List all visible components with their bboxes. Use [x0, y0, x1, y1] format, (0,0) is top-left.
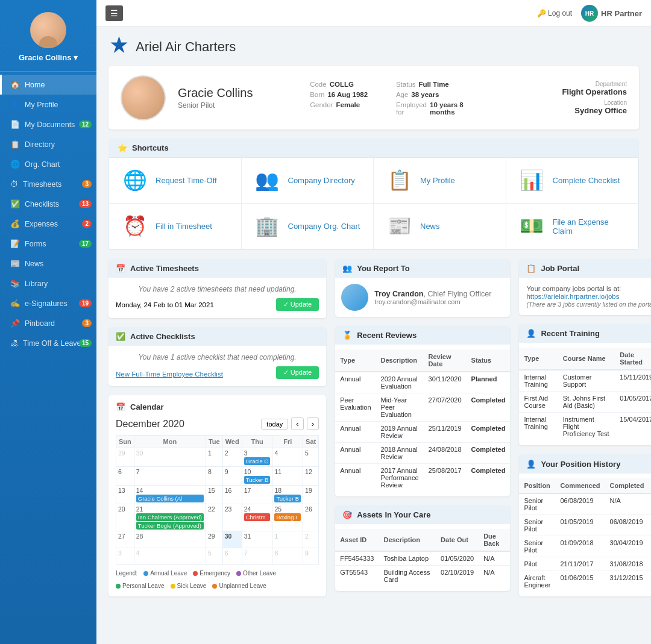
- employee-code: Code COLLG: [310, 81, 378, 88]
- reviews-panel-body: TypeDescriptionReview DateStatus Annual2…: [335, 345, 510, 496]
- shortcut-request-timeoff[interactable]: 🌐 Request Time-Off: [109, 158, 242, 204]
- pinboard-badge: 3: [82, 319, 92, 327]
- calendar-cell[interactable]: 11: [272, 467, 303, 486]
- calendar-cell[interactable]: 30: [222, 531, 242, 548]
- checklist-link[interactable]: New Full-Time Employee Checklist: [116, 370, 223, 378]
- training-panel-header: 👤 Recent Training: [519, 324, 651, 343]
- calendar-cell[interactable]: 31: [242, 531, 272, 548]
- calendar-cell[interactable]: 1: [272, 531, 303, 548]
- calendar-cell[interactable]: 15: [206, 486, 222, 504]
- calendar-cell[interactable]: 13: [116, 486, 134, 504]
- calendar-cell[interactable]: 23: [222, 504, 242, 531]
- sidebar-item-home[interactable]: 🏠Home: [0, 75, 96, 95]
- calendar-cell[interactable]: 10Tucker B: [242, 467, 272, 486]
- calendar-cell[interactable]: 7: [242, 548, 272, 565]
- shortcut-company-directory[interactable]: 👥 Company Directory: [242, 158, 374, 204]
- report-to-avatar: [341, 284, 368, 311]
- calendar-cell[interactable]: 2: [222, 448, 242, 467]
- assets-table-header: Asset IDDescriptionDate OutDue Back: [335, 529, 510, 551]
- calendar-cell[interactable]: 19: [303, 486, 319, 504]
- training-table-header: TypeCourse NameDate StartedStatus: [519, 348, 651, 370]
- sidebar-item-pinboard[interactable]: 📌Pinboard3: [0, 313, 96, 333]
- assets-panel-header: 🎯 Assets In Your Care: [335, 505, 510, 524]
- sidebar-item-forms[interactable]: 📝Forms17: [0, 234, 96, 254]
- calendar-cell[interactable]: 7: [134, 467, 206, 486]
- sidebar-item-library[interactable]: 📚Library: [0, 274, 96, 293]
- calendar-event: Gracie Collins (Al: [136, 495, 204, 502]
- sidebar-item-label: Checklists: [25, 200, 59, 208]
- calendar-cell[interactable]: 14Gracie Collins (Al: [134, 486, 206, 504]
- shortcuts-grid: 🌐 Request Time-Off 👥 Company Directory 📋…: [108, 157, 639, 250]
- calendar-cell[interactable]: 8: [272, 548, 303, 565]
- calendar-cell[interactable]: 28: [134, 531, 206, 548]
- logout-link[interactable]: 🔑 Log out: [537, 9, 572, 17]
- timesheet-update-button[interactable]: ✓ Update: [276, 298, 319, 311]
- sidebar-item-my-profile[interactable]: 👤My Profile: [0, 95, 96, 114]
- training-col-header: Date Started: [615, 348, 651, 370]
- job-portal-header: 📋 Job Portal: [519, 259, 651, 278]
- sidebar-item-org-chart[interactable]: 🌐Org. Chart: [0, 154, 96, 174]
- shortcut-complete-checklist[interactable]: 📊 Complete Checklist: [506, 158, 639, 204]
- company-orgchart-label: Company Org. Chart: [288, 222, 360, 231]
- job-portal-link[interactable]: https://arielair.hrpartner.io/jobs: [526, 293, 619, 300]
- calendar-cell[interactable]: 3: [116, 548, 134, 565]
- company-header: Ariel Air Charters: [108, 36, 639, 57]
- calendar-cell[interactable]: 24Christm: [242, 504, 272, 531]
- calendar-cell[interactable]: 8: [206, 467, 222, 486]
- calendar-event: Tucker B: [274, 495, 301, 502]
- calendar-cell[interactable]: 5: [206, 548, 222, 565]
- calendar-cell[interactable]: 21Ian Chalmers (Approved)Tucker Bogle (A…: [134, 504, 206, 531]
- checklists-update-button[interactable]: ✓ Update: [276, 366, 319, 379]
- calendar-next-button[interactable]: ›: [307, 417, 319, 430]
- calendar-cell[interactable]: 1: [206, 448, 222, 467]
- sidebar-item-e-signatures[interactable]: ✍e-Signatures19: [0, 293, 96, 313]
- calendar-cell[interactable]: 29: [116, 448, 134, 467]
- calendar-cell[interactable]: 4: [272, 448, 303, 467]
- sidebar-item-my-documents[interactable]: 📄My Documents12: [0, 114, 96, 134]
- shortcut-my-profile[interactable]: 📋 My Profile: [374, 158, 506, 204]
- org-chart-icon: 🌐: [10, 160, 20, 169]
- sidebar-item-directory[interactable]: 📋Directory: [0, 134, 96, 154]
- calendar-cell[interactable]: 18Tucker B: [272, 486, 303, 504]
- calendar-cell[interactable]: 12: [303, 467, 319, 486]
- calendar-cell[interactable]: 9: [303, 548, 319, 565]
- sidebar-item-news[interactable]: 📰News: [0, 254, 96, 274]
- calendar-cell[interactable]: 27: [116, 531, 134, 548]
- calendar-cell[interactable]: 4: [134, 548, 206, 565]
- calendar-cell[interactable]: 30: [134, 448, 206, 467]
- sidebar-username[interactable]: Gracie Collins: [6, 53, 90, 62]
- sidebar-item-expenses[interactable]: 💰Expenses2: [0, 214, 96, 234]
- shortcut-file-expense[interactable]: 💵 File an Expense Claim: [506, 204, 639, 249]
- calendar-cell[interactable]: 6: [222, 548, 242, 565]
- calendar-cell[interactable]: 5: [303, 448, 319, 467]
- shortcuts-section: ⭐ Shortcuts 🌐 Request Time-Off 👥 Company…: [108, 139, 639, 250]
- shortcut-company-orgchart[interactable]: 🏢 Company Org. Chart: [242, 204, 374, 249]
- employee-employed: Employed for 10 years 8 months: [396, 101, 464, 116]
- calendar-cell[interactable]: 17: [242, 486, 272, 504]
- request-timeoff-label: Request Time-Off: [156, 176, 217, 185]
- sidebar-item-timesheets[interactable]: ⏱Timesheets3: [0, 174, 96, 194]
- calendar-today-button[interactable]: today: [261, 419, 288, 430]
- cal-day-sat: Sat: [303, 436, 319, 448]
- calendar-cell[interactable]: 9: [222, 467, 242, 486]
- calendar-cell[interactable]: 20: [116, 504, 134, 531]
- reviews-table-body: Annual2020 Annual Evaluation30/11/2020Pl…: [335, 372, 510, 492]
- sidebar-item-checklists[interactable]: ✅Checklists13: [0, 194, 96, 214]
- calendar-cell[interactable]: 25Boxing I: [272, 504, 303, 531]
- shortcut-news[interactable]: 📰 News: [374, 204, 506, 249]
- hamburger-button[interactable]: ☰: [105, 5, 123, 21]
- right-column: 📋 Job Portal Your company jobs portal is…: [519, 259, 651, 605]
- calendar-cell[interactable]: 26: [303, 504, 319, 531]
- calendar-cell[interactable]: 6: [116, 467, 134, 486]
- sidebar-nav: 🏠Home👤My Profile📄My Documents12📋Director…: [0, 72, 96, 644]
- sidebar-item-time-off[interactable]: 🏖Time Off & Leave15: [0, 333, 96, 353]
- time-off-icon: 🏖: [10, 339, 18, 348]
- calendar-cell[interactable]: 22: [206, 504, 222, 531]
- shortcut-fill-timesheet[interactable]: ⏰ Fill in Timesheet: [109, 204, 242, 249]
- calendar-prev-button[interactable]: ‹: [291, 417, 303, 430]
- calendar-cell[interactable]: 3Gracie C: [242, 448, 272, 467]
- calendar-cell[interactable]: 2: [303, 531, 319, 548]
- calendar-cell[interactable]: 29: [206, 531, 222, 548]
- calendar-cell[interactable]: 16: [222, 486, 242, 504]
- position-col-header: Remuneration: [649, 478, 651, 493]
